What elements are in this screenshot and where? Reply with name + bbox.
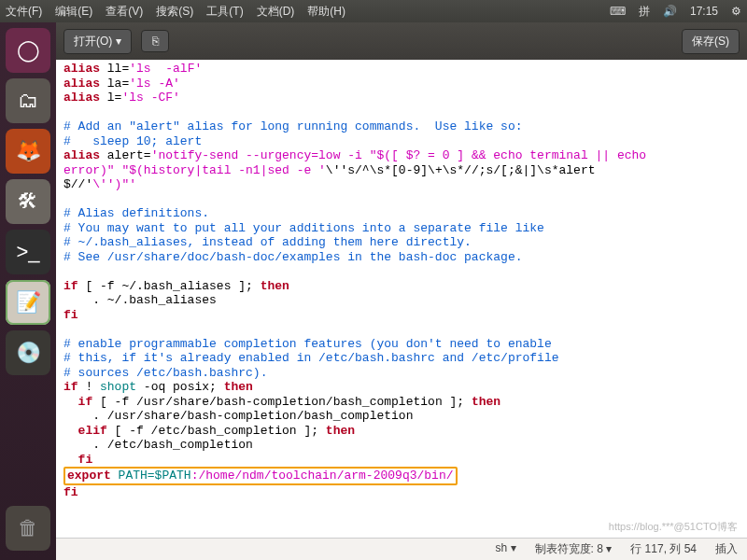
- menu-docs[interactable]: 文档(D): [257, 4, 295, 20]
- editor-toolbar: 打开(O) ▾ ⎘ 保存(S): [56, 22, 747, 60]
- chevron-down-icon: ▾: [116, 35, 121, 48]
- open-button-label: 打开(O): [74, 34, 112, 49]
- insert-mode[interactable]: 插入: [715, 541, 738, 557]
- new-tab-button[interactable]: ⎘: [141, 30, 169, 52]
- menu-file[interactable]: 文件(F): [6, 4, 42, 20]
- menu-view[interactable]: 查看(V): [106, 4, 143, 20]
- menu-edit[interactable]: 编辑(E): [55, 4, 92, 20]
- launcher-trash-icon[interactable]: 🗑: [6, 506, 50, 551]
- code-area[interactable]: alias ll='ls -alF' alias la='ls -A' alia…: [56, 60, 747, 538]
- input-method-icon[interactable]: 拼: [639, 4, 650, 20]
- system-topbar: 文件(F) 编辑(E) 查看(V) 搜索(S) 工具(T) 文档(D) 帮助(H…: [0, 0, 747, 22]
- launcher-dash-icon[interactable]: ◯: [6, 28, 50, 73]
- volume-icon[interactable]: 🔊: [663, 5, 677, 18]
- launcher-disc-icon[interactable]: 💿: [6, 330, 50, 375]
- editor-window: 打开(O) ▾ ⎘ 保存(S) alias ll='ls -alF' alias…: [56, 22, 747, 560]
- menu-help[interactable]: 帮助(H): [307, 4, 345, 20]
- status-bar: sh ▾ 制表符宽度: 8 ▾ 行 117, 列 54 插入: [56, 538, 747, 560]
- language-selector[interactable]: sh ▾: [496, 541, 516, 557]
- highlighted-export-line: export PATH=$PATH:/home/ndm/toolchain/ar…: [63, 467, 458, 485]
- unity-launcher: ◯ 🗂 🦊 🛠 >_ 📝 💿 🗑: [0, 22, 56, 560]
- new-tab-icon: ⎘: [152, 35, 159, 48]
- save-button[interactable]: 保存(S): [682, 29, 740, 54]
- tab-width-selector[interactable]: 制表符宽度: 8 ▾: [535, 541, 613, 557]
- launcher-gedit-icon[interactable]: 📝: [6, 280, 50, 325]
- save-button-label: 保存(S): [692, 34, 729, 49]
- gear-icon[interactable]: ⚙: [731, 5, 741, 18]
- watermark-text: https://blog.***@51CTO博客: [609, 520, 738, 534]
- keyboard-icon[interactable]: ⌨: [610, 5, 626, 18]
- menu-tools[interactable]: 工具(T): [206, 4, 243, 20]
- launcher-terminal-icon[interactable]: >_: [6, 230, 50, 274]
- open-button[interactable]: 打开(O) ▾: [63, 29, 132, 54]
- cursor-position: 行 117, 列 54: [630, 541, 697, 557]
- menu-search[interactable]: 搜索(S): [156, 4, 193, 20]
- launcher-firefox-icon[interactable]: 🦊: [6, 129, 50, 174]
- clock-text[interactable]: 17:15: [690, 5, 718, 18]
- launcher-files-icon[interactable]: 🗂: [6, 78, 50, 123]
- launcher-settings-icon[interactable]: 🛠: [6, 179, 50, 224]
